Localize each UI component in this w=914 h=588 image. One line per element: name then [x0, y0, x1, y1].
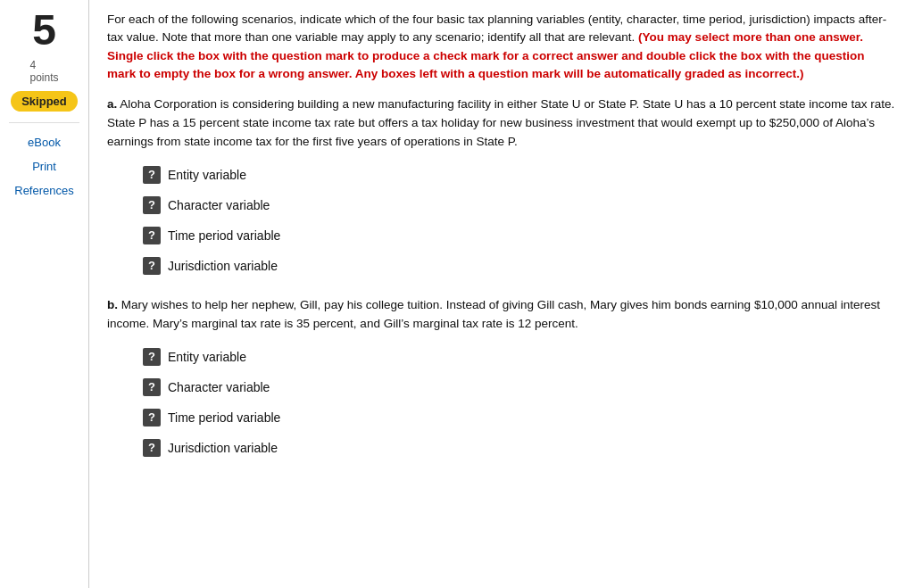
points-text: points [29, 71, 58, 84]
scenario-a-label: a. [107, 97, 117, 111]
option-a-time-label: Time period variable [168, 228, 280, 243]
option-a-jurisdiction[interactable]: ? Jurisdiction variable [143, 257, 896, 275]
main-content: For each of the following scenarios, ind… [89, 0, 914, 588]
sidebar: 5 4 points Skipped eBook Print Reference… [0, 0, 89, 588]
option-b-character-label: Character variable [168, 380, 270, 394]
scenario-b-body: Mary wishes to help her nephew, Gill, pa… [107, 298, 880, 330]
checkbox-b-entity[interactable]: ? [143, 348, 161, 366]
option-b-character[interactable]: ? Character variable [143, 378, 896, 396]
references-link[interactable]: References [14, 182, 73, 199]
print-link[interactable]: Print [32, 158, 56, 175]
scenario-a-options: ? Entity variable ? Character variable ?… [143, 166, 896, 275]
skipped-badge[interactable]: Skipped [11, 91, 78, 112]
option-b-entity[interactable]: ? Entity variable [143, 348, 896, 366]
sidebar-divider [9, 122, 79, 123]
checkbox-b-time[interactable]: ? [143, 409, 161, 427]
ebook-link[interactable]: eBook [28, 134, 61, 151]
option-b-jurisdiction-label: Jurisdiction variable [168, 441, 278, 455]
option-b-time-label: Time period variable [168, 410, 280, 425]
scenario-b-options: ? Entity variable ? Character variable ?… [143, 348, 896, 457]
scenario-a-text: a. Aloha Corporation is considering buil… [107, 95, 896, 152]
checkbox-b-jurisdiction[interactable]: ? [143, 439, 161, 457]
checkbox-a-time[interactable]: ? [143, 227, 161, 244]
option-a-character[interactable]: ? Character variable [143, 196, 896, 214]
intro-paragraph: For each of the following scenarios, ind… [107, 11, 896, 83]
checkbox-a-jurisdiction[interactable]: ? [143, 257, 161, 275]
option-a-time[interactable]: ? Time period variable [143, 227, 896, 244]
checkbox-a-character[interactable]: ? [143, 196, 161, 214]
option-b-jurisdiction[interactable]: ? Jurisdiction variable [143, 439, 896, 457]
checkbox-b-character[interactable]: ? [143, 378, 161, 396]
question-number: 5 [32, 9, 56, 52]
checkbox-a-entity[interactable]: ? [143, 166, 161, 184]
points-label: 4 points [29, 59, 58, 84]
points-value: 4 [29, 59, 36, 71]
option-a-entity[interactable]: ? Entity variable [143, 166, 896, 184]
option-a-character-label: Character variable [168, 198, 270, 212]
scenario-b-label: b. [107, 298, 118, 311]
option-a-entity-label: Entity variable [168, 168, 246, 182]
option-a-jurisdiction-label: Jurisdiction variable [168, 259, 278, 273]
option-b-entity-label: Entity variable [168, 350, 246, 364]
scenario-b-text: b. Mary wishes to help her nephew, Gill,… [107, 296, 896, 334]
option-b-time[interactable]: ? Time period variable [143, 409, 896, 427]
scenario-a-body: Aloha Corporation is considering buildin… [107, 97, 894, 148]
